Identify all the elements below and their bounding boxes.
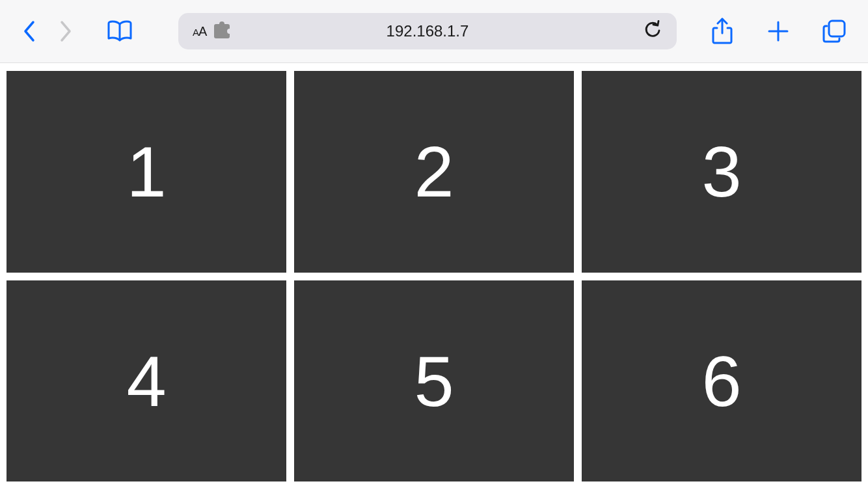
- tile-label: 5: [414, 340, 454, 422]
- url-display: 192.168.1.7: [387, 22, 469, 40]
- tabs-button[interactable]: [820, 17, 848, 46]
- reload-icon: [644, 20, 662, 40]
- toolbar-right-group: [708, 17, 848, 46]
- reload-button[interactable]: [644, 20, 662, 42]
- tile-label: 4: [126, 340, 166, 422]
- text-size-button[interactable]: AA: [193, 24, 206, 39]
- address-bar[interactable]: AA 192.168.1.7: [178, 13, 677, 49]
- tile-label: 6: [701, 340, 741, 422]
- extensions-icon[interactable]: [214, 24, 230, 38]
- tile-2[interactable]: 2: [294, 71, 574, 273]
- tile-3[interactable]: 3: [582, 71, 861, 273]
- tile-1[interactable]: 1: [7, 71, 286, 273]
- bookmarks-button[interactable]: [105, 17, 134, 46]
- back-button[interactable]: [20, 18, 39, 44]
- forward-button: [56, 18, 75, 44]
- tile-4[interactable]: 4: [7, 280, 286, 482]
- tabs-icon: [822, 19, 847, 44]
- new-tab-button[interactable]: [764, 17, 793, 46]
- number-grid: 1 2 3 4 5 6: [7, 71, 861, 481]
- page-content: 1 2 3 4 5 6: [0, 63, 868, 488]
- chevron-right-icon: [59, 20, 72, 42]
- plus-icon: [767, 20, 789, 42]
- toolbar-left-group: [20, 17, 134, 46]
- share-icon: [711, 18, 733, 45]
- share-button[interactable]: [708, 17, 737, 46]
- address-bar-left: AA: [193, 24, 230, 39]
- chevron-left-icon: [23, 20, 36, 42]
- tile-5[interactable]: 5: [294, 280, 574, 482]
- tile-6[interactable]: 6: [582, 280, 861, 482]
- svg-rect-3: [829, 21, 845, 36]
- browser-toolbar: AA 192.168.1.7: [0, 0, 868, 63]
- tile-label: 3: [701, 130, 741, 213]
- book-icon: [107, 20, 133, 42]
- tile-label: 2: [414, 130, 454, 213]
- tile-label: 1: [126, 130, 166, 213]
